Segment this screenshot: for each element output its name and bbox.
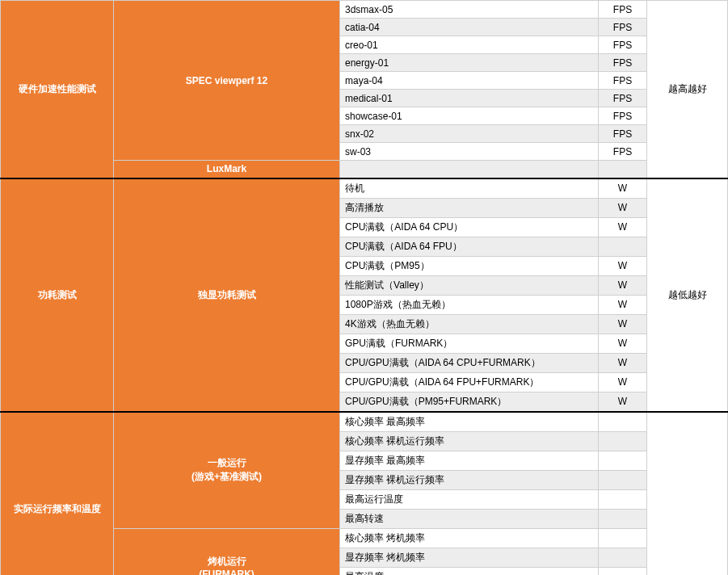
spec-row-unit: FPS [599,125,647,143]
spec-row-unit: FPS [599,90,647,107]
power-row-name: CPU/GPU满载（AIDA 64 CPU+FURMARK） [340,353,599,372]
spec-row-unit: FPS [599,1,647,19]
freq-row-unit [599,431,647,451]
power-row-unit: W [599,295,647,314]
stress-row-unit [599,548,647,567]
stress-row-unit [599,567,647,575]
spec-row-name: 3dsmax-05 [340,1,599,19]
section-power: 功耗测试 [1,178,114,412]
power-row-unit: W [599,372,647,392]
freq-row-unit [599,509,647,528]
spec-row-unit: FPS [599,72,647,90]
freq-row-unit [599,470,647,489]
power-row-name: CPU满载（AIDA 64 FPU） [340,237,599,256]
freq-temp-note [647,412,728,576]
power-row-unit: W [599,198,647,217]
stress-run-l1: 烤机运行 [208,556,246,567]
power-note: 越低越好 [647,178,728,412]
section-hw-accel: 硬件加速性能测试 [1,1,114,178]
test-stress-run: 烤机运行 (FURMARK) [114,528,340,575]
luxmark-unit [599,161,647,178]
spec-row-name: sw-03 [340,143,599,161]
freq-row-name: 核心频率 最高频率 [340,412,599,432]
normal-run-l2: (游戏+基准测试) [191,471,262,482]
test-normal-run: 一般运行 (游戏+基准测试) [114,412,340,529]
luxmark-value [340,161,599,178]
test-dgpu-power: 独显功耗测试 [114,178,340,412]
power-row-unit [599,237,647,256]
spec-row-name: showcase-01 [340,107,599,125]
freq-row-unit [599,451,647,470]
spec-row-name: catia-04 [340,19,599,36]
stress-row-name: 最高温度 [340,567,599,575]
power-row-name: CPU/GPU满载（PM95+FURMARK） [340,392,599,412]
power-row-unit: W [599,392,647,412]
power-row-unit: W [599,217,647,237]
power-row-unit: W [599,334,647,353]
power-row-unit: W [599,178,647,199]
test-spec-viewperf: SPEC viewperf 12 [114,1,340,161]
normal-run-l1: 一般运行 [208,457,246,468]
spec-row-unit: FPS [599,19,647,36]
freq-row-unit [599,489,647,509]
power-row-name: CPU满载（PM95） [340,256,599,275]
power-row-name: 待机 [340,178,599,199]
stress-row-unit [599,528,647,548]
spec-row-unit: FPS [599,107,647,125]
power-row-name: 1080P游戏（热血无赖） [340,295,599,314]
freq-row-name: 核心频率 裸机运行频率 [340,431,599,451]
spec-row-name: medical-01 [340,90,599,107]
power-row-unit: W [599,275,647,295]
power-row-name: 4K游戏（热血无赖） [340,314,599,334]
spec-row-name: snx-02 [340,125,599,143]
power-row-name: CPU/GPU满载（AIDA 64 FPU+FURMARK） [340,372,599,392]
freq-row-name: 显存频率 裸机运行频率 [340,470,599,489]
benchmark-table: 硬件加速性能测试 SPEC viewperf 12 3dsmax-05 FPS … [0,0,728,575]
power-row-name: CPU满载（AIDA 64 CPU） [340,217,599,237]
stress-row-name: 显存频率 烤机频率 [340,548,599,567]
spec-row-unit: FPS [599,54,647,72]
freq-row-name: 最高转速 [340,509,599,528]
test-luxmark: LuxMark [114,161,340,178]
freq-row-name: 显存频率 最高频率 [340,451,599,470]
spec-row-name: energy-01 [340,54,599,72]
hw-accel-note: 越高越好 [647,1,728,178]
stress-row-name: 核心频率 烤机频率 [340,528,599,548]
freq-row-name: 最高运行温度 [340,489,599,509]
spec-row-unit: FPS [599,36,647,54]
power-row-name: 性能测试（Valley） [340,275,599,295]
power-row-name: GPU满载（FURMARK） [340,334,599,353]
power-row-unit: W [599,256,647,275]
spec-row-unit: FPS [599,143,647,161]
section-freq-temp: 实际运行频率和温度 [1,412,114,576]
spec-row-name: creo-01 [340,36,599,54]
power-row-unit: W [599,353,647,372]
freq-row-unit [599,412,647,432]
power-row-unit: W [599,314,647,334]
power-row-name: 高清播放 [340,198,599,217]
spec-row-name: maya-04 [340,72,599,90]
stress-run-l2: (FURMARK) [199,569,255,576]
